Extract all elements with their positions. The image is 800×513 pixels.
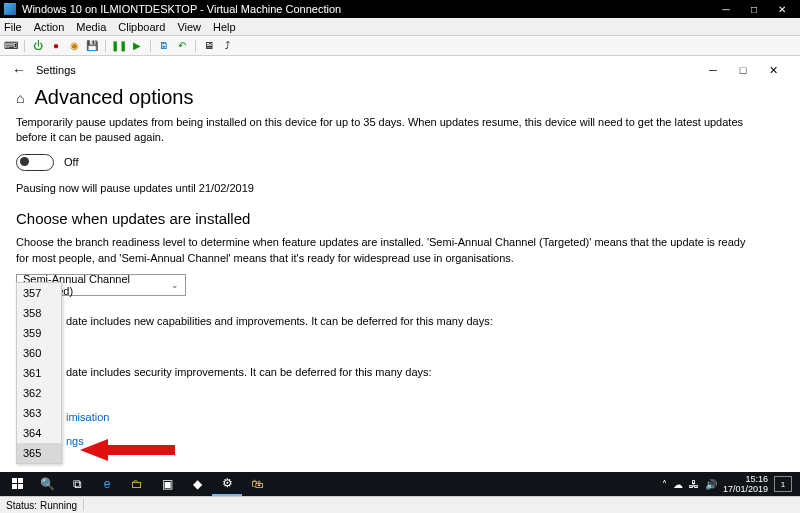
- notif-count: 1: [781, 480, 785, 489]
- page-title: Advanced options: [34, 86, 193, 109]
- dropdown-item[interactable]: 361: [17, 363, 61, 383]
- vm-menu-view[interactable]: View: [177, 21, 201, 33]
- taskbar-settings-icon[interactable]: ⚙: [212, 472, 242, 496]
- dropdown-item[interactable]: 358: [17, 303, 61, 323]
- notification-center-icon[interactable]: 1: [774, 476, 792, 492]
- svg-marker-0: [80, 439, 175, 461]
- enhanced-session-icon[interactable]: 🖥: [202, 39, 216, 53]
- vm-menubar: File Action Media Clipboard View Help: [0, 18, 800, 36]
- vm-menu-action[interactable]: Action: [34, 21, 65, 33]
- dropdown-item[interactable]: 363: [17, 403, 61, 423]
- checkpoint-icon[interactable]: 🗎: [157, 39, 171, 53]
- search-icon[interactable]: 🔍: [32, 472, 62, 496]
- save-icon[interactable]: 💾: [85, 39, 99, 53]
- pause-until-text: Pausing now will pause updates until 21/…: [16, 181, 746, 196]
- tray-clock[interactable]: 15:16 17/01/2019: [723, 474, 768, 494]
- pause-toggle-label: Off: [64, 156, 78, 168]
- delivery-optimisation-link[interactable]: imisation: [16, 411, 784, 423]
- vm-minimize-button[interactable]: ─: [712, 0, 740, 18]
- toolbar-separator: [150, 40, 151, 52]
- tray-time-text: 15:16: [723, 474, 768, 484]
- tray-date-text: 17/01/2019: [723, 484, 768, 494]
- start-button[interactable]: [4, 472, 32, 496]
- branch-readiness-text: Choose the branch readiness level to det…: [16, 235, 746, 266]
- turnoff-icon[interactable]: ●: [49, 39, 63, 53]
- home-icon[interactable]: ⌂: [16, 90, 24, 106]
- tray-onedrive-icon[interactable]: ☁: [673, 479, 683, 490]
- task-view-icon[interactable]: ⧉: [62, 472, 92, 496]
- defer-days-dropdown[interactable]: 357358359360361362363364365: [16, 282, 62, 464]
- settings-window: ← Settings ─ □ ✕ ⌂ Advanced options Temp…: [0, 56, 800, 476]
- vm-app-icon: [4, 3, 16, 15]
- dropdown-item[interactable]: 365: [17, 443, 61, 463]
- settings-titlebar: ← Settings ─ □ ✕: [0, 56, 800, 84]
- taskbar-app-icon[interactable]: ◆: [182, 472, 212, 496]
- shutdown-icon[interactable]: ◉: [67, 39, 81, 53]
- toolbar-separator: [195, 40, 196, 52]
- vm-menu-media[interactable]: Media: [76, 21, 106, 33]
- dropdown-item[interactable]: 362: [17, 383, 61, 403]
- choose-updates-heading: Choose when updates are installed: [16, 210, 784, 227]
- settings-body: ⌂ Advanced options Temporarily pause upd…: [0, 86, 800, 457]
- pause-description: Temporarily pause updates from being ins…: [16, 115, 746, 146]
- svg-rect-1: [12, 478, 17, 483]
- svg-rect-4: [18, 484, 23, 489]
- pause-icon[interactable]: ❚❚: [112, 39, 126, 53]
- settings-close-button[interactable]: ✕: [758, 56, 788, 84]
- taskbar-store-icon[interactable]: 🛍: [242, 472, 272, 496]
- share-icon[interactable]: ⤴: [220, 39, 234, 53]
- vm-menu-help[interactable]: Help: [213, 21, 236, 33]
- dropdown-item[interactable]: 359: [17, 323, 61, 343]
- vm-window-title: Windows 10 on ILMIONTDESKTOP - Virtual M…: [22, 3, 712, 15]
- svg-rect-2: [18, 478, 23, 483]
- feature-update-text: date includes new capabilities and impro…: [16, 314, 746, 329]
- settings-maximize-button[interactable]: □: [728, 56, 758, 84]
- toolbar-separator: [24, 40, 25, 52]
- tray-volume-icon[interactable]: 🔊: [705, 479, 717, 490]
- vm-maximize-button[interactable]: □: [740, 0, 768, 18]
- vm-status-text: Status: Running: [6, 500, 77, 511]
- taskbar-terminal-icon[interactable]: ▣: [152, 472, 182, 496]
- ctrl-alt-del-icon[interactable]: ⌨: [4, 39, 18, 53]
- annotation-arrow-icon: [80, 438, 180, 468]
- chevron-down-icon: ⌄: [171, 280, 179, 290]
- reset-icon[interactable]: ▶: [130, 39, 144, 53]
- vm-menu-file[interactable]: File: [4, 21, 22, 33]
- tray-up-icon[interactable]: ˄: [662, 479, 667, 490]
- vm-status-bar: Status: Running: [0, 496, 800, 513]
- dropdown-item[interactable]: 357: [17, 283, 61, 303]
- svg-rect-3: [12, 484, 17, 489]
- vm-titlebar: Windows 10 on ILMIONTDESKTOP - Virtual M…: [0, 0, 800, 18]
- status-separator: [83, 499, 84, 511]
- vm-close-button[interactable]: ✕: [768, 0, 796, 18]
- start-icon[interactable]: ⏻: [31, 39, 45, 53]
- quality-update-text: date includes security improvements. It …: [16, 365, 746, 380]
- vm-toolbar: ⌨ ⏻ ● ◉ 💾 ❚❚ ▶ 🗎 ↶ 🖥 ⤴: [0, 36, 800, 56]
- back-button[interactable]: ←: [12, 62, 36, 78]
- dropdown-item[interactable]: 360: [17, 343, 61, 363]
- taskbar-explorer-icon[interactable]: 🗀: [122, 472, 152, 496]
- taskbar-edge-icon[interactable]: e: [92, 472, 122, 496]
- dropdown-item[interactable]: 364: [17, 423, 61, 443]
- settings-app-label: Settings: [36, 64, 698, 76]
- system-tray: ˄ ☁ 🖧 🔊 15:16 17/01/2019 1: [662, 474, 796, 494]
- tray-network-icon[interactable]: 🖧: [689, 479, 699, 490]
- pause-toggle[interactable]: [16, 154, 54, 171]
- windows-taskbar: 🔍 ⧉ e 🗀 ▣ ◆ ⚙ 🛍 ˄ ☁ 🖧 🔊 15:16 17/01/2019…: [0, 472, 800, 496]
- settings-minimize-button[interactable]: ─: [698, 56, 728, 84]
- revert-icon[interactable]: ↶: [175, 39, 189, 53]
- vm-menu-clipboard[interactable]: Clipboard: [118, 21, 165, 33]
- toolbar-separator: [105, 40, 106, 52]
